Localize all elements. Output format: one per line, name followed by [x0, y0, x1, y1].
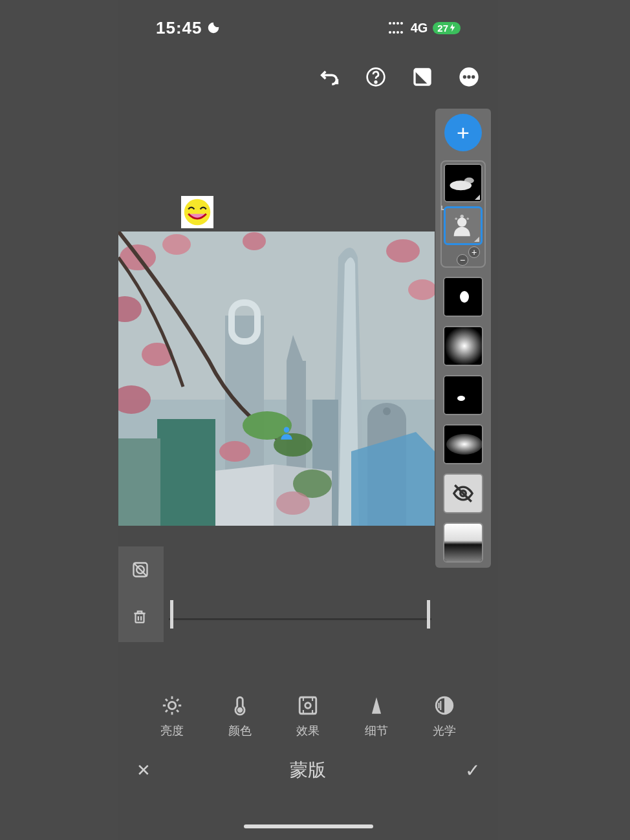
- tab-effect[interactable]: 效果: [296, 695, 320, 738]
- active-layer-group: + −: [440, 160, 486, 268]
- svg-rect-53: [444, 522, 482, 563]
- tab-color[interactable]: 颜色: [228, 695, 252, 738]
- phone-frame: 15:45 4G 27: [118, 0, 498, 840]
- home-indicator[interactable]: [244, 824, 373, 828]
- cancel-button[interactable]: ✕: [136, 760, 151, 781]
- temperature-icon: [229, 695, 251, 716]
- brightness-icon: [161, 695, 183, 716]
- svg-point-25: [386, 239, 420, 263]
- svg-point-44: [466, 217, 469, 220]
- invert-mask-button[interactable]: [131, 561, 151, 580]
- compare-button[interactable]: [410, 65, 435, 89]
- lens-icon: [433, 695, 455, 716]
- svg-rect-15: [157, 419, 215, 526]
- help-button[interactable]: [364, 65, 388, 89]
- slider-max-tick: [427, 600, 430, 629]
- add-layer-button[interactable]: +: [444, 114, 482, 151]
- svg-rect-16: [118, 438, 160, 526]
- mode-title: 蒙版: [290, 758, 326, 782]
- more-button[interactable]: [457, 65, 481, 89]
- svg-point-32: [276, 491, 310, 515]
- tab-label: 细节: [365, 723, 388, 738]
- svg-point-43: [455, 217, 457, 220]
- layer-plus-button[interactable]: +: [468, 246, 480, 258]
- signal-icon: [389, 22, 406, 34]
- svg-point-27: [243, 232, 266, 250]
- smiley-sticker[interactable]: [181, 196, 213, 228]
- network-label: 4G: [411, 21, 428, 36]
- tab-label: 颜色: [228, 723, 252, 738]
- delete-button[interactable]: [131, 608, 151, 628]
- battery-indicator: 27: [433, 22, 461, 34]
- svg-point-33: [184, 199, 210, 225]
- mask-preset-radial-small[interactable]: [443, 277, 483, 317]
- svg-point-7: [472, 75, 475, 78]
- image-canvas[interactable]: [118, 232, 435, 526]
- svg-point-57: [305, 703, 311, 709]
- mask-preset-hidden[interactable]: [443, 473, 483, 513]
- mask-preset-radial-soft[interactable]: [443, 326, 483, 366]
- tab-label: 效果: [296, 723, 320, 738]
- svg-rect-48: [444, 375, 482, 415]
- tab-detail[interactable]: 细节: [365, 695, 388, 738]
- subject-marker-icon[interactable]: [278, 424, 295, 441]
- charging-icon: [450, 24, 456, 32]
- status-right: 4G 27: [389, 21, 461, 36]
- battery-value: 27: [437, 23, 448, 34]
- bottom-bar: ✕ 蒙版 ✓: [118, 750, 498, 790]
- do-not-disturb-icon: [206, 21, 221, 35]
- tab-optics[interactable]: 光学: [433, 695, 456, 738]
- undo-button[interactable]: [317, 65, 342, 89]
- adjustment-tabs: 亮度 颜色 效果 细节 光学: [118, 684, 498, 749]
- layers-panel: + + −: [435, 109, 491, 568]
- svg-point-2: [375, 81, 377, 83]
- detail-icon: [365, 695, 387, 716]
- canvas-image: [118, 232, 435, 526]
- status-left: 15:45: [156, 18, 221, 38]
- tab-label: 光学: [433, 723, 456, 738]
- svg-point-30: [219, 441, 250, 462]
- tab-brightness[interactable]: 亮度: [160, 695, 184, 738]
- svg-point-21: [162, 234, 191, 255]
- svg-rect-37: [136, 614, 144, 623]
- layer-minus-button[interactable]: −: [457, 254, 468, 266]
- tab-label: 亮度: [160, 723, 184, 738]
- svg-marker-18: [215, 464, 274, 526]
- top-actions: [317, 65, 481, 89]
- adjustment-slider[interactable]: [169, 594, 431, 632]
- mask-preset-dot[interactable]: [443, 375, 483, 415]
- status-bar: 15:45 4G 27: [118, 18, 498, 38]
- canvas-side-tools: [118, 546, 164, 642]
- layer-thumb-top[interactable]: [444, 164, 483, 202]
- svg-point-14: [383, 407, 391, 415]
- mask-preset-ellipse-soft[interactable]: [443, 424, 483, 464]
- svg-point-34: [284, 427, 290, 433]
- effect-icon: [297, 695, 319, 716]
- svg-point-41: [457, 217, 466, 226]
- svg-rect-47: [444, 326, 482, 366]
- svg-point-6: [467, 75, 470, 78]
- layer-adjust-buttons: + −: [458, 249, 479, 264]
- svg-point-55: [238, 708, 242, 712]
- svg-point-42: [461, 215, 464, 218]
- svg-point-46: [460, 291, 469, 303]
- svg-point-54: [168, 702, 175, 709]
- svg-rect-56: [300, 697, 317, 714]
- confirm-button[interactable]: ✓: [465, 760, 480, 781]
- svg-point-51: [446, 434, 482, 455]
- svg-point-40: [464, 178, 474, 184]
- mask-preset-linear[interactable]: [443, 522, 483, 563]
- status-time: 15:45: [156, 18, 202, 38]
- svg-point-49: [457, 396, 465, 401]
- layer-thumb-mask-selected[interactable]: [444, 206, 483, 245]
- slider-min-tick: [170, 600, 173, 629]
- slider-bar: [169, 618, 431, 620]
- svg-point-5: [463, 75, 466, 78]
